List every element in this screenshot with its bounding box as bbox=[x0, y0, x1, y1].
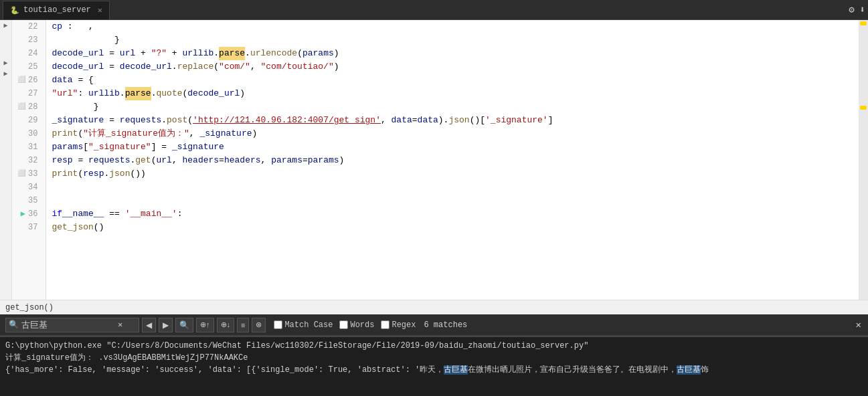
next-search-button[interactable]: ▶ bbox=[159, 318, 173, 332]
line-number-32: 32 bbox=[17, 154, 40, 167]
code-line-33: print(resp.json()) bbox=[52, 167, 853, 181]
highlight-gubaju: 古巨基 bbox=[444, 365, 468, 375]
prev-search-button[interactable]: ◀ bbox=[142, 318, 156, 332]
line-numbers: 22232425⬜2627⬜2829303132⬜333435▶3637 bbox=[12, 20, 46, 300]
search-input-wrapper[interactable]: 🔍 ✕ bbox=[5, 318, 139, 332]
tabs-bar: 🐍 toutiao_server ✕ ⚙ ⬇ bbox=[0, 0, 868, 20]
code-line-23: } bbox=[52, 33, 853, 47]
line-num-label-24: 24 bbox=[28, 47, 37, 60]
tab-toutiao-server[interactable]: 🐍 toutiao_server ✕ bbox=[3, 1, 110, 19]
editor-area: 🐍 toutiao_server ✕ ⚙ ⬇ ▶ ▶ ▶ 22232425⬜26… bbox=[0, 0, 868, 314]
bookmark-icon-28: ⬜ bbox=[17, 100, 25, 114]
line-number-26: ⬜26 bbox=[17, 74, 40, 87]
line-number-30: 30 bbox=[17, 127, 40, 140]
search-input[interactable] bbox=[21, 320, 115, 330]
line-num-label-31: 31 bbox=[28, 140, 37, 154]
search-icon: 🔍 bbox=[9, 320, 19, 330]
words-checkbox[interactable] bbox=[339, 320, 348, 329]
download-icon[interactable]: ⬇ bbox=[860, 4, 865, 15]
words-label: Words bbox=[350, 320, 374, 330]
add-cursor-above-button[interactable]: ⊕↑ bbox=[196, 318, 214, 332]
collapse-arrow-26[interactable]: ▶ bbox=[2, 68, 9, 79]
match-count: 6 matches bbox=[424, 320, 467, 330]
function-label: get_json() bbox=[5, 303, 54, 312]
highlight-gubaju: 古巨基 bbox=[677, 365, 701, 375]
terminal-line-0: G:\python\python.exe "C:/Users/8/Documen… bbox=[5, 340, 863, 352]
line-number-33: ⬜33 bbox=[17, 167, 40, 181]
line-number-36: ▶36 bbox=[17, 207, 40, 221]
code-line-36: if __name__ == '__main__': bbox=[52, 207, 853, 221]
right-scrollbar[interactable] bbox=[859, 20, 868, 300]
scrollbar-track[interactable] bbox=[859, 21, 868, 300]
line-num-label-28: 28 bbox=[28, 100, 37, 114]
line-number-24: 24 bbox=[17, 47, 40, 60]
run-icon-36[interactable]: ▶ bbox=[21, 207, 25, 221]
collapse-arrow-22[interactable]: ▶ bbox=[2, 20, 9, 31]
clear-search-icon[interactable]: ✕ bbox=[118, 320, 122, 330]
code-line-32: resp = requests.get(url, headers=headers… bbox=[52, 154, 853, 167]
regex-checkbox[interactable] bbox=[381, 320, 389, 329]
line-num-label-34: 34 bbox=[28, 181, 37, 194]
line-num-label-22: 22 bbox=[28, 20, 37, 33]
line-number-23: 23 bbox=[17, 33, 40, 47]
line-num-label-25: 25 bbox=[28, 60, 37, 74]
select-all-occurrences-button[interactable]: ≡ bbox=[237, 318, 249, 332]
code-line-22: cp : , bbox=[52, 20, 853, 33]
tabs-bar-right: ⚙ ⬇ bbox=[849, 4, 865, 15]
line-num-label-36: 36 bbox=[28, 207, 37, 221]
find-all-icon: 🔍 bbox=[179, 320, 189, 330]
terminal-area: G:\python\python.exe "C:/Users/8/Documen… bbox=[0, 336, 868, 396]
line-number-28: ⬜28 bbox=[17, 100, 40, 114]
match-case-option[interactable]: Match Case bbox=[274, 320, 333, 330]
line-num-label-30: 30 bbox=[28, 127, 37, 140]
function-bar: get_json() bbox=[0, 300, 868, 314]
add-cursor-below-button[interactable]: ⊕↓ bbox=[217, 318, 235, 332]
line-number-29: 29 bbox=[17, 114, 40, 127]
collapse-arrow-24[interactable]: ▶ bbox=[2, 58, 9, 68]
words-option[interactable]: Words bbox=[339, 320, 374, 330]
find-all-button[interactable]: 🔍 bbox=[175, 318, 193, 332]
code-line-37: get_json() bbox=[52, 221, 853, 234]
line-number-27: 27 bbox=[17, 87, 40, 100]
code-line-28: } bbox=[52, 100, 853, 114]
search-close-icon[interactable]: ✕ bbox=[855, 318, 863, 332]
line-num-label-32: 32 bbox=[28, 154, 37, 167]
main-layout: ▶ ▶ ▶ 22232425⬜2627⬜2829303132⬜333435▶36… bbox=[0, 20, 868, 300]
left-sidebar: ▶ ▶ ▶ bbox=[0, 20, 12, 300]
tab-close-icon[interactable]: ✕ bbox=[98, 5, 102, 15]
match-case-checkbox[interactable] bbox=[274, 320, 282, 329]
code-line-26: data = { bbox=[52, 74, 853, 87]
code-lines[interactable]: cp : , } decode_url = url + "?" + urllib… bbox=[46, 20, 859, 300]
line-num-label-37: 37 bbox=[28, 221, 37, 234]
line-num-label-35: 35 bbox=[28, 194, 37, 207]
line-number-37: 37 bbox=[17, 221, 40, 234]
close-search-button[interactable]: ⊗ bbox=[252, 318, 266, 332]
code-line-34 bbox=[52, 181, 853, 194]
scrollbar-thumb-mid[interactable] bbox=[860, 106, 867, 110]
regex-option[interactable]: Regex bbox=[381, 320, 416, 330]
code-line-27: "url": urllib.parse.quote(decode_url) bbox=[52, 87, 853, 100]
scrollbar-thumb-top[interactable] bbox=[860, 21, 867, 25]
terminal-line-2: {'has_more': False, 'message': 'success'… bbox=[5, 364, 863, 376]
search-bar: 🔍 ✕ ◀ ▶ 🔍 ⊕↑ ⊕↓ ≡ ⊗ Match Case Words Reg… bbox=[0, 314, 868, 336]
code-line-24: decode_url = url + "?" + urllib.parse.ur… bbox=[52, 47, 853, 60]
search-options: Match Case Words Regex bbox=[274, 320, 416, 330]
regex-label: Regex bbox=[392, 320, 416, 330]
gear-icon[interactable]: ⚙ bbox=[849, 4, 854, 15]
code-line-35 bbox=[52, 194, 853, 207]
line-num-label-23: 23 bbox=[28, 33, 37, 47]
line-number-34: 34 bbox=[17, 181, 40, 194]
line-number-25: 25 bbox=[17, 60, 40, 74]
match-case-label: Match Case bbox=[284, 320, 333, 330]
code-line-31: params["_signature"] = _signature bbox=[52, 140, 853, 154]
code-line-25: decode_url = decode_url.replace("com/", … bbox=[52, 60, 853, 74]
line-num-label-29: 29 bbox=[28, 114, 37, 127]
bookmark-icon-26: ⬜ bbox=[17, 74, 25, 87]
code-line-30: print("计算_signature值为：", _signature) bbox=[52, 127, 853, 140]
tab-label: toutiao_server bbox=[23, 5, 91, 15]
line-number-31: 31 bbox=[17, 140, 40, 154]
line-number-22: 22 bbox=[17, 20, 40, 33]
bookmark-icon-33: ⬜ bbox=[17, 167, 25, 181]
line-num-label-26: 26 bbox=[28, 74, 37, 87]
line-num-label-33: 33 bbox=[28, 167, 37, 181]
